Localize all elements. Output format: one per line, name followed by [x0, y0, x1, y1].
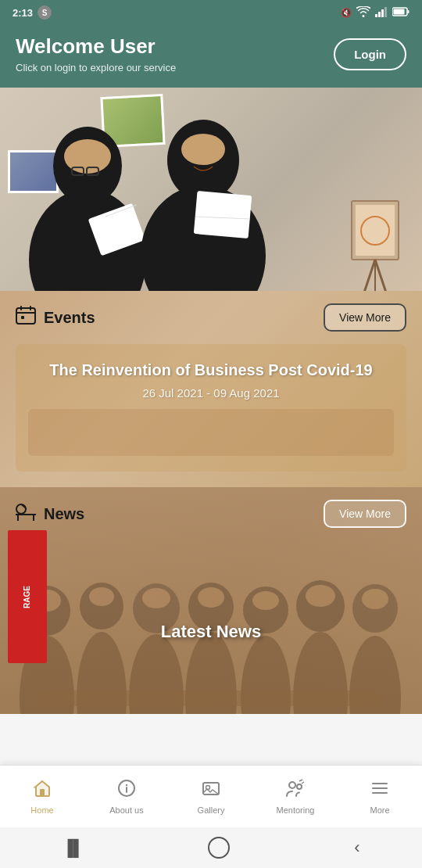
battery-icon [392, 7, 409, 18]
event-image [28, 409, 394, 456]
about-icon [117, 779, 136, 802]
svg-point-72 [289, 782, 295, 788]
svg-rect-6 [394, 9, 405, 15]
svg-rect-66 [40, 789, 45, 796]
events-title-area: Events [16, 306, 95, 329]
status-app-icon: S [38, 5, 52, 20]
mentoring-label: Mentoring [277, 805, 315, 815]
login-button[interactable]: Login [334, 38, 406, 70]
home-icon [33, 779, 52, 802]
gallery-icon [202, 779, 220, 802]
nav-item-mentoring[interactable]: Mentoring [253, 779, 338, 815]
android-back-button[interactable]: ‹ [354, 838, 359, 858]
nav-item-home[interactable]: Home [0, 779, 84, 815]
about-label: About us [109, 805, 143, 815]
events-title-text: Events [44, 309, 95, 327]
event-title: The Reinvention of Business Post Covid-1… [49, 360, 372, 380]
hero-bg [0, 88, 422, 291]
android-recents-button[interactable]: ▐▌ [62, 839, 84, 857]
svg-rect-19 [194, 191, 252, 239]
nav-item-about[interactable]: About us [84, 779, 169, 815]
header-title: Welcome User [16, 34, 176, 59]
header: Welcome User Click on login to explore o… [0, 25, 422, 88]
events-header: Events View More [16, 303, 406, 332]
svg-rect-1 [378, 12, 381, 17]
event-date: 26 Jul 2021 - 09 Aug 2021 [142, 386, 279, 400]
svg-point-73 [297, 784, 302, 789]
svg-rect-31 [21, 316, 24, 319]
header-text: Welcome User Click on login to explore o… [16, 34, 176, 74]
figure-right [125, 91, 281, 291]
svg-rect-2 [381, 9, 384, 17]
events-view-more-button[interactable]: View More [324, 303, 406, 332]
nav-item-gallery[interactable]: Gallery [169, 779, 253, 815]
svg-rect-0 [375, 14, 377, 17]
svg-rect-3 [384, 7, 387, 17]
status-time: 2:13 [13, 7, 33, 19]
mute-icon: 🔇 [341, 8, 352, 18]
more-icon [370, 779, 389, 802]
mentoring-icon [286, 779, 305, 802]
status-right: 🔇 [341, 6, 409, 19]
svg-point-69 [126, 784, 127, 785]
svg-point-18 [181, 134, 225, 165]
svg-rect-27 [16, 308, 35, 324]
svg-line-25 [375, 260, 391, 291]
status-bar: 2:13 S 🔇 [0, 0, 422, 25]
home-label: Home [30, 805, 53, 815]
android-home-button[interactable] [208, 837, 230, 859]
events-section: Events View More The Reinvention of Busi… [0, 291, 422, 487]
news-view-more-button[interactable]: View More [324, 500, 406, 528]
news-title-text: News [44, 505, 84, 523]
svg-line-76 [302, 782, 304, 784]
gallery-label: Gallery [198, 805, 225, 815]
news-content: News View More Latest News [16, 500, 406, 642]
wifi-icon [356, 6, 370, 19]
latest-news-label: Latest News [16, 622, 406, 642]
status-left: 2:13 S [13, 5, 52, 20]
easel-decoration [344, 197, 406, 291]
signal-icon [375, 6, 388, 19]
hero-image [0, 88, 422, 291]
nav-item-more[interactable]: More [338, 779, 422, 815]
event-card: The Reinvention of Business Post Covid-1… [16, 344, 406, 472]
news-title-area: News [16, 504, 84, 525]
news-header: News View More [16, 500, 406, 528]
svg-rect-5 [408, 10, 409, 13]
svg-line-75 [299, 780, 302, 781]
svg-point-61 [16, 504, 26, 514]
svg-line-24 [359, 260, 375, 291]
news-icon [16, 504, 36, 525]
header-subtitle: Click on login to explore our service [16, 62, 176, 74]
news-section: RAGE News View More Latest News [0, 487, 422, 714]
more-label: More [370, 805, 389, 815]
bottom-nav: Home About us Gallery [0, 765, 422, 827]
events-icon [16, 306, 36, 329]
android-bar: ▐▌ ‹ [0, 827, 422, 868]
